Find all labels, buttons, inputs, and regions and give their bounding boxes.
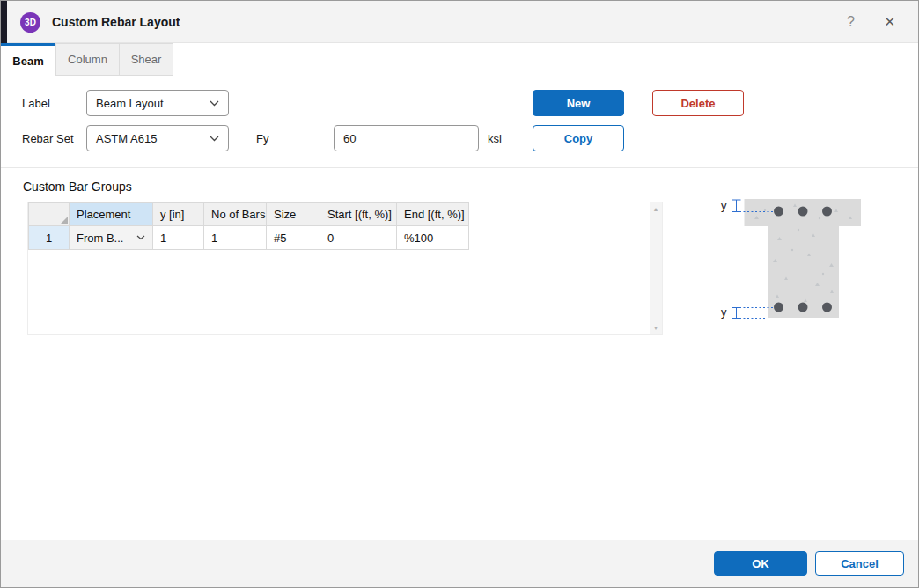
new-button[interactable]: New	[533, 90, 624, 116]
ok-button[interactable]: OK	[714, 551, 807, 576]
corner-diagonal-icon	[60, 217, 68, 224]
bottom-y-dim-label: y	[721, 305, 727, 319]
app-3d-icon: 3D	[20, 12, 40, 33]
column-header-end[interactable]: End [(ft, %)]	[397, 202, 469, 226]
placement-cell-dropdown[interactable]: From B...	[70, 226, 153, 250]
table-header-row: Placement y [in] No of Bars Size Start […	[28, 202, 662, 226]
placement-cell-value: From B...	[77, 232, 123, 245]
fy-label: Fy	[256, 132, 268, 145]
window-edge-strip	[1, 1, 7, 43]
chevron-down-icon	[210, 100, 219, 107]
table-vertical-scrollbar[interactable]: ▲ ▼	[650, 202, 662, 334]
tab-shear[interactable]: Shear	[120, 43, 173, 76]
title-bar: 3D Custom Rebar Layout ? ✕	[1, 1, 918, 43]
rebar-set-dropdown[interactable]: ASTM A615	[86, 125, 229, 151]
close-icon[interactable]: ✕	[879, 1, 901, 43]
chevron-down-icon	[136, 235, 145, 240]
bottom-y-dimension	[732, 308, 774, 319]
beam-cross-section-diagram: y y	[708, 187, 887, 334]
rebar-dot	[798, 207, 808, 217]
window-title: Custom Rebar Layout	[52, 1, 180, 43]
rebar-dot	[822, 207, 832, 217]
fy-input[interactable]	[334, 125, 479, 151]
column-header-no-of-bars[interactable]: No of Bars	[204, 202, 267, 226]
rebar-set-dropdown-value: ASTM A615	[96, 132, 157, 145]
column-header-size[interactable]: Size	[267, 202, 320, 226]
copy-button[interactable]: Copy	[533, 125, 624, 151]
end-cell[interactable]: %100	[397, 226, 469, 250]
start-cell[interactable]: 0	[320, 226, 397, 250]
column-header-y[interactable]: y [in]	[153, 202, 204, 226]
scroll-down-icon[interactable]: ▼	[653, 321, 659, 334]
section-separator	[1, 167, 918, 168]
rebar-dot	[774, 207, 783, 217]
concrete-t-section	[745, 199, 862, 318]
chevron-down-icon	[210, 136, 219, 142]
y-cell[interactable]: 1	[153, 226, 204, 250]
tab-bar: Beam Column Shear	[1, 43, 918, 76]
rebar-dot	[822, 303, 832, 312]
custom-bar-groups-title: Custom Bar Groups	[23, 180, 132, 194]
delete-button[interactable]: Delete	[652, 90, 744, 116]
column-header-placement[interactable]: Placement	[70, 202, 153, 226]
top-y-dim-label: y	[721, 199, 727, 212]
scroll-up-icon[interactable]: ▲	[653, 202, 659, 216]
label-dropdown-value: Beam Layout	[96, 97, 164, 110]
label-field-label: Label	[22, 97, 50, 110]
no-of-bars-cell[interactable]: 1	[204, 226, 267, 250]
row-number-cell[interactable]: 1	[28, 226, 70, 250]
tab-column[interactable]: Column	[55, 43, 120, 76]
tab-beam[interactable]: Beam	[1, 43, 55, 76]
size-cell[interactable]: #5	[267, 226, 320, 250]
rebar-dot	[774, 303, 783, 312]
label-dropdown[interactable]: Beam Layout	[86, 90, 229, 116]
custom-bar-groups-table: Placement y [in] No of Bars Size Start […	[27, 202, 663, 335]
rebar-set-label: Rebar Set	[22, 132, 74, 145]
custom-rebar-layout-dialog: 3D Custom Rebar Layout ? ✕ Beam Column S…	[0, 0, 919, 588]
column-header-start[interactable]: Start [(ft, %)]	[320, 202, 397, 226]
cancel-button[interactable]: Cancel	[815, 551, 904, 576]
dialog-footer: OK Cancel	[1, 540, 918, 588]
table-corner-cell[interactable]	[28, 202, 70, 226]
help-icon[interactable]: ?	[842, 1, 860, 43]
fy-unit-label: ksi	[488, 132, 502, 145]
rebar-dot	[798, 303, 808, 312]
table-row: 1 From B... 1 1 #5 0 %100	[28, 226, 662, 250]
